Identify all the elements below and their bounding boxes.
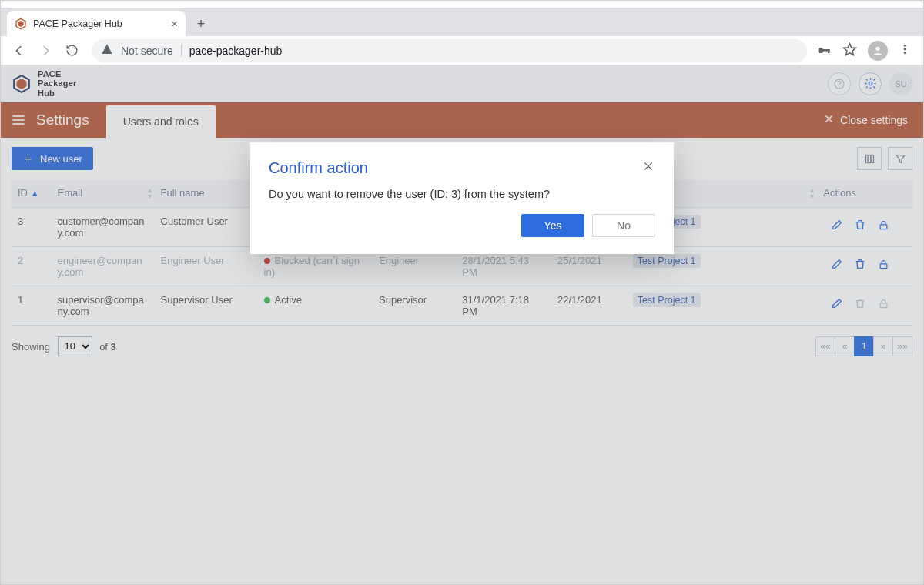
- dialog-message: Do you want to remove the user (ID: 3) f…: [250, 183, 674, 214]
- star-icon[interactable]: [842, 42, 857, 59]
- browser-tab[interactable]: PACE Packager Hub ×: [7, 11, 186, 36]
- confirm-dialog: Confirm action Do you want to remove the…: [250, 142, 674, 254]
- svg-marker-9: [844, 43, 856, 55]
- svg-point-11: [904, 45, 906, 47]
- nav-forward-button[interactable]: [35, 40, 56, 62]
- browser-tab-strip: PACE Packager Hub × +: [1, 8, 923, 36]
- browser-tab-title: PACE Packager Hub: [33, 18, 165, 29]
- nav-reload-button[interactable]: [61, 40, 82, 62]
- key-icon[interactable]: [816, 42, 832, 59]
- new-tab-button[interactable]: +: [190, 13, 212, 35]
- profile-avatar[interactable]: [868, 41, 888, 61]
- svg-point-13: [904, 52, 906, 54]
- svg-rect-8: [828, 49, 830, 53]
- kebab-menu-icon[interactable]: [899, 43, 911, 58]
- nav-back-button[interactable]: [8, 40, 30, 62]
- browser-tab-close-icon[interactable]: ×: [171, 18, 178, 29]
- browser-toolbar: Not secure pace-packager-hub: [1, 36, 923, 65]
- svg-point-10: [875, 46, 879, 50]
- confirm-yes-button[interactable]: Yes: [521, 214, 584, 237]
- security-label: Not secure: [121, 45, 173, 57]
- confirm-no-button[interactable]: No: [592, 214, 655, 237]
- dialog-title: Confirm action: [269, 159, 368, 177]
- dialog-close-button[interactable]: [641, 159, 655, 176]
- security-warning-icon: [101, 43, 113, 58]
- favicon-icon: [15, 18, 27, 30]
- svg-point-12: [904, 48, 906, 51]
- url-text: pace-packager-hub: [189, 45, 283, 57]
- omnibox-divider: [181, 45, 182, 57]
- address-bar[interactable]: Not secure pace-packager-hub: [92, 39, 807, 62]
